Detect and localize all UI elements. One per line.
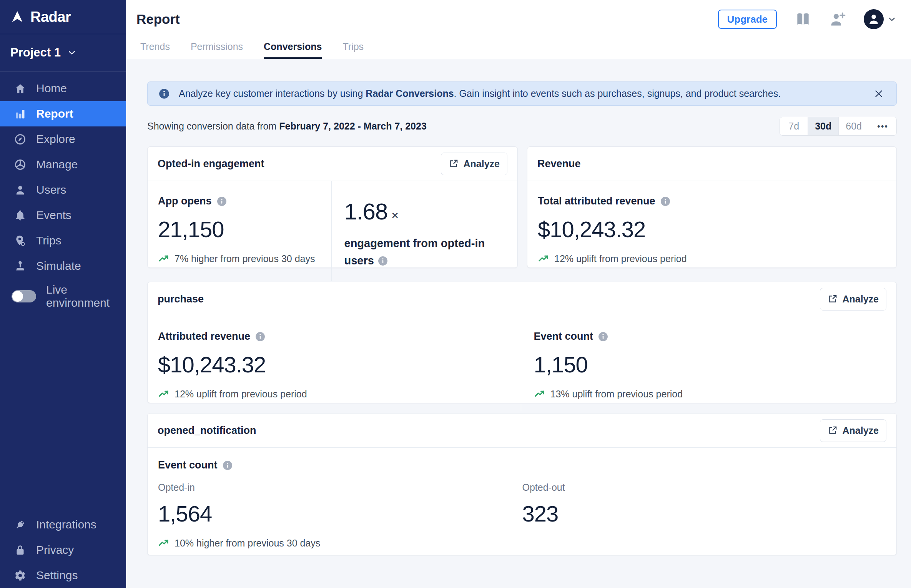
- range-60d[interactable]: 60d: [838, 117, 869, 135]
- sidebar-item-label: Trips: [36, 234, 62, 247]
- multiplier-value: 1.68: [344, 198, 388, 225]
- sidebar-item-trips[interactable]: Trips: [0, 228, 126, 253]
- sidebar-item-report[interactable]: Report: [0, 101, 126, 126]
- upgrade-button[interactable]: Upgrade: [718, 10, 777, 29]
- environment-toggle[interactable]: [12, 290, 36, 302]
- topbar: Report Upgrade: [126, 0, 911, 59]
- sidebar-item-label: Explore: [36, 133, 75, 146]
- metric-label: Event count: [534, 331, 593, 342]
- tab-permissions[interactable]: Permissions: [191, 41, 243, 59]
- range-30d[interactable]: 30d: [808, 117, 838, 135]
- banner-text: Analyze key customer interactions by usi…: [179, 88, 781, 99]
- wheel-icon: [14, 159, 26, 171]
- docs-button[interactable]: [795, 11, 811, 28]
- opted-out-column: Opted-out 323: [522, 482, 887, 549]
- trend-up-icon: [538, 253, 549, 264]
- metric-label: Total attributed revenue: [538, 195, 655, 207]
- sidebar-bottom-nav: Integrations Privacy Settings: [0, 512, 126, 588]
- toggle-knob: [12, 291, 23, 302]
- sidebar-nav: Home Report Explore Manage Users Events: [0, 76, 126, 279]
- info-icon[interactable]: [255, 332, 265, 342]
- external-link-icon: [828, 425, 838, 435]
- analyze-label: Analyze: [464, 158, 500, 169]
- sidebar-item-label: Settings: [36, 569, 78, 582]
- card-title: purchase: [158, 293, 204, 305]
- card-title: opened_notification: [158, 425, 256, 437]
- date-range-text: Showing conversion data from February 7,…: [147, 121, 427, 132]
- multiplier-times: ×: [391, 208, 399, 223]
- tab-trends[interactable]: Trends: [140, 41, 170, 59]
- card-opened-notification: opened_notification Analyze Event count …: [147, 413, 897, 555]
- sidebar-item-label: Privacy: [36, 543, 74, 556]
- info-icon[interactable]: [378, 256, 388, 266]
- person-icon: [14, 184, 26, 196]
- banner-text-suffix: . Gain insight into events such as purch…: [454, 88, 781, 99]
- brand-name: Radar: [30, 9, 71, 25]
- app-root: Radar Project 1 Home Report Explore Mana…: [0, 0, 911, 588]
- sidebar-item-label: Integrations: [36, 518, 96, 531]
- sidebar-item-events[interactable]: Events: [0, 203, 126, 228]
- bell-icon: [14, 209, 26, 221]
- metric-value: 1,150: [534, 352, 887, 377]
- compass-icon: [14, 133, 26, 145]
- account-menu[interactable]: [864, 9, 897, 29]
- analyze-button[interactable]: Analyze: [820, 419, 886, 442]
- trend-text: 7% higher from previous 30 days: [175, 253, 315, 264]
- add-user-icon: [829, 11, 846, 28]
- tab-trips[interactable]: Trips: [342, 41, 364, 59]
- brand-logo[interactable]: Radar: [0, 0, 126, 34]
- sidebar-item-home[interactable]: Home: [0, 76, 126, 101]
- metric-label: Attributed revenue: [158, 331, 250, 342]
- sidebar-item-label: Home: [36, 82, 67, 95]
- metric-attributed-revenue: Attributed revenue $10,243.32 12% uplift…: [148, 316, 521, 411]
- trend-up-icon: [158, 537, 170, 549]
- invite-user-button[interactable]: [829, 11, 846, 28]
- trend-up-icon: [158, 388, 170, 400]
- sidebar-item-settings[interactable]: Settings: [0, 563, 126, 588]
- toggle-label: Live environment: [46, 283, 126, 309]
- opted-in-label: Opted-in: [158, 482, 522, 493]
- sidebar-item-privacy[interactable]: Privacy: [0, 537, 126, 563]
- sidebar-item-users[interactable]: Users: [0, 177, 126, 203]
- sidebar-item-label: Users: [36, 183, 66, 196]
- metric-event-count: Event count 1,150 13% uplift from previo…: [521, 316, 897, 411]
- card-purchase: purchase Analyze Attributed revenue $10,…: [147, 282, 897, 403]
- card-revenue: Revenue Total attributed revenue $10,243…: [527, 146, 897, 268]
- radar-logo-icon: [10, 10, 24, 24]
- analyze-button[interactable]: Analyze: [820, 288, 886, 311]
- info-icon[interactable]: [217, 196, 227, 206]
- book-icon: [795, 11, 811, 28]
- sidebar-item-label: Simulate: [36, 259, 81, 272]
- avatar: [864, 9, 884, 29]
- info-icon[interactable]: [660, 196, 670, 206]
- multiplier-label: engagement from opted-in users: [344, 237, 485, 267]
- range-more-button[interactable]: •••: [869, 117, 896, 135]
- opted-in-value: 1,564: [158, 501, 522, 527]
- sidebar-item-label: Report: [36, 107, 73, 120]
- trend-text: 13% uplift from previous period: [550, 389, 683, 400]
- range-selector: 7d 30d 60d •••: [780, 117, 897, 136]
- sidebar-item-explore[interactable]: Explore: [0, 126, 126, 152]
- metric-value: 21,150: [158, 216, 321, 242]
- project-name: Project 1: [10, 46, 61, 60]
- metric-total-attributed-revenue: Total attributed revenue $10,243.32 12% …: [527, 181, 896, 276]
- sidebar-item-simulate[interactable]: Simulate: [0, 253, 126, 279]
- info-banner: Analyze key customer interactions by usi…: [147, 81, 897, 106]
- info-icon[interactable]: [598, 332, 608, 342]
- tab-conversions[interactable]: Conversions: [264, 41, 322, 59]
- person-icon: [867, 13, 880, 26]
- main-area: Report Upgrade: [126, 0, 911, 588]
- gear-icon: [14, 570, 26, 581]
- banner-close-button[interactable]: [872, 87, 885, 100]
- report-tabs: Trends Permissions Conversions Trips: [136, 35, 897, 59]
- card-opted-in-engagement: Opted-in engagement Analyze App opens: [147, 146, 518, 268]
- sidebar-item-integrations[interactable]: Integrations: [0, 512, 126, 537]
- range-7d[interactable]: 7d: [780, 117, 808, 135]
- live-environment-toggle-row[interactable]: Live environment: [0, 284, 126, 309]
- sidebar-item-manage[interactable]: Manage: [0, 152, 126, 177]
- analyze-button[interactable]: Analyze: [441, 153, 507, 175]
- sidebar: Radar Project 1 Home Report Explore Mana…: [0, 0, 126, 588]
- info-icon[interactable]: [223, 460, 233, 470]
- project-selector[interactable]: Project 1: [0, 34, 126, 71]
- bar-chart-icon: [14, 108, 26, 120]
